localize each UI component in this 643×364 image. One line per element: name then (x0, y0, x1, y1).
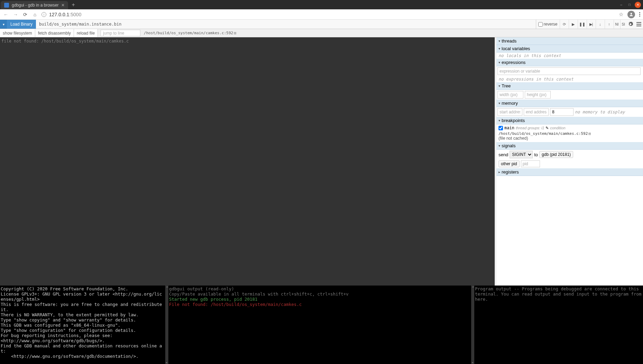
memory-empty-message: no memory to display (575, 110, 625, 114)
panel-locals-header[interactable]: ▾local variables (496, 45, 643, 53)
source-editor[interactable]: file not found: /host/build/os_system/ma… (0, 37, 495, 286)
breakpoint-thread-groups: thread groups: i1 (516, 126, 544, 130)
settings-icon[interactable] (626, 20, 635, 29)
panel-signals-header[interactable]: ▾signals (496, 142, 643, 150)
sub-toolbar: show filesystem fetch disassembly reload… (0, 29, 643, 37)
panel-expressions-header[interactable]: ▾expressions (496, 59, 643, 66)
load-binary-button[interactable]: Load Binary (7, 20, 36, 29)
chevron-down-icon: ▾ (498, 144, 500, 148)
continue-button[interactable]: ▶ (569, 20, 578, 29)
panel-threads-header[interactable]: ▾threads (496, 37, 643, 45)
memory-bytes-input[interactable] (550, 108, 574, 116)
user-profile-icon[interactable] (627, 11, 635, 18)
breakpoint-name: main (504, 125, 514, 130)
url-field[interactable]: i 127.0.0.1:5000 (41, 12, 615, 17)
chevron-down-icon: ▾ (498, 119, 500, 122)
signal-send-row: send SIGINT to gdb (pid 20181) (496, 150, 643, 159)
expressions-empty-message: no expressions in this context (496, 76, 643, 82)
show-filesystem-button[interactable]: show filesystem (0, 29, 35, 37)
svg-point-0 (631, 13, 632, 15)
editor-message: file not found: /host/build/os_system/ma… (1, 39, 129, 44)
signal-target[interactable]: gdb (pid 20181) (539, 151, 573, 158)
step-over-button[interactable]: ▶| (587, 20, 596, 29)
to-label: to (534, 152, 538, 157)
home-button[interactable]: ⌂ (32, 11, 38, 18)
breakpoint-path: /host/build/os_system/main/camkes.c:592▦ (496, 131, 643, 136)
app-toolbar: ▾ Load Binary build/os_system/main.insta… (0, 20, 643, 29)
other-pid-label[interactable]: other pid (498, 160, 520, 167)
binary-dropdown-button[interactable]: ▾ (0, 20, 7, 29)
reload-button[interactable]: ⟳ (22, 11, 28, 18)
chevron-down-icon: ▾ (498, 39, 500, 43)
browser-menu-icon[interactable] (639, 12, 640, 17)
terminal-resize-handle[interactable] (165, 286, 168, 364)
browser-tab-bar: gdbgui - gdb in a browser ✕ + – □ ✕ (0, 0, 643, 9)
expression-input[interactable] (497, 67, 641, 75)
locals-empty-message: no locals in this context (496, 53, 643, 59)
close-tab-icon[interactable]: ✕ (61, 3, 65, 8)
bookmark-icon[interactable]: ☆ (619, 11, 623, 18)
chevron-down-icon: ▾ (498, 47, 500, 50)
terminal-resize-handle[interactable] (471, 286, 474, 364)
send-label: send (498, 152, 508, 157)
signal-select[interactable]: SIGINT (510, 151, 533, 158)
site-info-icon[interactable]: i (41, 12, 46, 17)
binary-path-input[interactable]: build/os_system/main.instance.bin (36, 20, 536, 29)
nav-forward-button[interactable]: → (12, 11, 19, 18)
tree-height-input[interactable] (525, 91, 551, 99)
window-maximize-button[interactable]: □ (626, 2, 633, 8)
url-port: :5000 (69, 12, 81, 17)
breakpoint-note: (file not cached) (496, 136, 643, 142)
chevron-down-icon: ▾ (498, 101, 500, 105)
new-tab-button[interactable]: + (72, 2, 75, 8)
browser-tab[interactable]: gdbgui - gdb in a browser ✕ (1, 1, 68, 9)
chevron-down-icon: ▾ (498, 60, 500, 64)
window-minimize-button[interactable]: – (618, 2, 624, 8)
fetch-disassembly-button[interactable]: fetch disassembly (35, 29, 74, 37)
chevron-right-icon: ▸ (498, 170, 500, 174)
chevron-down-icon: ▾ (498, 84, 500, 88)
gdbgui-terminal[interactable]: gdbgui output (read-only) Copy/Paste ava… (168, 286, 471, 364)
tab-title: gdbgui - gdb in a browser (12, 3, 58, 8)
url-host: 127.0.0.1 (49, 12, 69, 17)
program-terminal[interactable]: Program output -- Programs being debugge… (474, 286, 643, 364)
signal-pid-row: other pid (496, 159, 643, 168)
next-instruction-button[interactable]: NI (614, 20, 620, 29)
menu-icon[interactable] (635, 20, 643, 29)
url-bar: ← → ⟳ ⌂ i 127.0.0.1:5000 ☆ (0, 9, 643, 20)
main-area: file not found: /host/build/os_system/ma… (0, 37, 643, 286)
panel-registers-header[interactable]: ▸registers (496, 168, 643, 176)
nav-back-button[interactable]: ← (3, 11, 9, 18)
breakpoint-condition: condition (550, 126, 565, 130)
reload-file-button[interactable]: reload file (74, 29, 98, 37)
tree-width-input[interactable] (497, 91, 523, 99)
step-out-button[interactable]: ↑ (605, 20, 614, 29)
restart-button[interactable]: ⟳ (560, 20, 569, 29)
pid-input[interactable] (521, 160, 540, 167)
step-instruction-button[interactable]: SI (620, 20, 626, 29)
edit-icon[interactable]: ✎ (546, 126, 549, 130)
breakpoint-row: main thread groups: i1 ✎ condition (496, 124, 643, 131)
panel-tree-header[interactable]: ▾Tree (496, 82, 643, 90)
panel-breakpoints-header[interactable]: ▾breakpoints (496, 117, 643, 124)
favicon-icon (4, 3, 9, 8)
sidebar: ▾threads ▾local variables no locals in t… (496, 37, 643, 286)
terminals: Copyright (C) 2020 Free Software Foundat… (0, 286, 643, 364)
current-file-label: /host/build/os_system/main/camkes.c:592▦ (142, 29, 238, 37)
gdb-terminal[interactable]: Copyright (C) 2020 Free Software Foundat… (0, 286, 165, 364)
pause-button[interactable]: ❚❚ (578, 20, 587, 29)
memory-end-input[interactable] (524, 108, 549, 116)
step-into-button[interactable]: ↓ (596, 20, 605, 29)
window-close-button[interactable]: ✕ (635, 2, 641, 8)
reverse-checkbox[interactable]: reverse (536, 20, 560, 29)
jump-to-line-input[interactable] (101, 30, 140, 36)
window-controls: – □ ✕ (618, 2, 641, 8)
panel-memory-header[interactable]: ▾memory (496, 100, 643, 107)
breakpoint-checkbox[interactable] (498, 126, 503, 130)
memory-start-input[interactable] (497, 108, 522, 116)
